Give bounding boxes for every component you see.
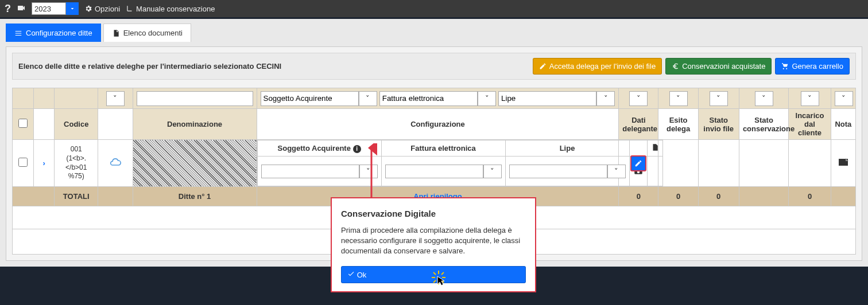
th-dati-delegante: Dati delegante [619, 109, 658, 140]
modal-dialog: Conservazione Digitale Prima di proceder… [331, 197, 536, 292]
th-config: Configurazione [257, 109, 619, 140]
header-row: Codice Denominazione Configurazione Dati… [13, 109, 856, 140]
annotation-arrow [366, 143, 377, 201]
opzioni-link[interactable]: Opzioni [84, 5, 120, 13]
row-checkbox[interactable] [18, 158, 28, 167]
topbar: ? Opzioni Manuale conservazione [0, 0, 868, 17]
chevron-down-icon[interactable]: ˅ [710, 91, 728, 106]
totals-label: TOTALI [55, 187, 98, 206]
row-denom [133, 140, 257, 187]
chevron-down-icon[interactable]: ˅ [835, 91, 853, 106]
cart-icon [781, 62, 789, 70]
manuale-link[interactable]: Manuale conservazione [126, 5, 215, 13]
book-icon [126, 5, 134, 13]
tab-elenco-documenti[interactable]: Elenco documenti [103, 24, 191, 42]
chevron-down-icon[interactable]: ˅ [478, 91, 496, 106]
cfg-fatt-input[interactable] [385, 165, 483, 178]
edit-delegante-button[interactable] [630, 155, 646, 171]
document-icon [112, 29, 120, 37]
video-icon[interactable] [17, 3, 26, 14]
chevron-down-icon[interactable]: ˅ [106, 91, 125, 106]
note-icon [839, 159, 848, 166]
info-row: Elenco delle ditte e relative deleghe pe… [12, 53, 856, 80]
modal-body: Prima di procedere alla compilazione del… [341, 225, 526, 257]
accetta-label: Accetta delega per l'invio dei file [549, 62, 656, 71]
tabs: Configurazione ditte Elenco documenti [6, 24, 862, 42]
cfg-sogg-input[interactable] [261, 165, 359, 178]
ok-button[interactable]: Ok [341, 266, 526, 283]
table-row: › 001 (1<b>.</b>01 %75) Soggetto Acquire… [13, 140, 856, 187]
chevron-down-icon[interactable]: ˅ [596, 91, 615, 106]
th-nota: Nota [831, 109, 855, 140]
expand-toggle[interactable]: › [33, 140, 55, 187]
nota-cell[interactable] [831, 140, 855, 187]
tab-configurazione-ditte[interactable]: Configurazione ditte [6, 24, 101, 42]
filter-denom-input[interactable] [137, 91, 253, 106]
help-icon[interactable]: ? [5, 3, 11, 15]
chevron-down-icon[interactable]: ˅ [669, 91, 688, 106]
chevron-down-icon[interactable]: ˅ [629, 91, 648, 106]
modal-title: Conservazione Digitale [341, 209, 526, 218]
accetta-delega-button[interactable]: Accetta delega per l'invio dei file [533, 58, 662, 75]
chevron-down-icon[interactable]: ˅ [483, 165, 502, 178]
chevron-down-icon[interactable]: ˅ [755, 91, 773, 106]
chevron-down-icon[interactable]: ˅ [359, 91, 377, 106]
cfg-col-lipe: Lipe [505, 140, 629, 157]
cloud-icon [108, 157, 123, 168]
th-esito: Esito delega [658, 109, 698, 140]
filter-codice [55, 88, 98, 109]
th-codice: Codice [55, 109, 98, 140]
opzioni-label: Opzioni [95, 5, 120, 13]
document-icon [651, 143, 659, 152]
edit-icon [634, 159, 642, 167]
chevron-down-icon[interactable]: ˅ [607, 165, 626, 178]
euro-icon [672, 62, 679, 70]
filter-sogg-input[interactable] [261, 91, 359, 106]
filter-row: ˅ ˅ ˅ ˅ ˅ ˅ ˅ ˅ ˅ ˅ [13, 88, 856, 109]
tab-config-label: Configurazione ditte [26, 29, 92, 37]
tab-elenco-label: Elenco documenti [123, 29, 183, 37]
year-input[interactable] [32, 2, 66, 15]
info-text: Elenco delle ditte e relative deleghe pe… [18, 62, 281, 71]
manuale-label: Manuale conservazione [136, 5, 215, 13]
info-icon[interactable]: i [353, 145, 361, 153]
filter-config: ˅ ˅ ˅ [257, 88, 619, 109]
row-cloud [98, 140, 133, 187]
th-incarico: Incarico dal cliente [789, 109, 831, 140]
filter-fatt-input[interactable] [379, 91, 478, 106]
th-stato-cons: Stato conservazione [739, 109, 788, 140]
row-config: Soggetto Acquirente i Fattura elettronic… [257, 140, 619, 187]
select-all-checkbox[interactable] [18, 119, 28, 128]
ok-label: Ok [357, 271, 367, 279]
cfg-lipe-input[interactable] [509, 165, 607, 178]
check-icon [347, 270, 355, 277]
cfg-col-sogg: Soggetto Acquirente i [257, 140, 381, 157]
conservazioni-button[interactable]: Conservazioni acquistate [665, 58, 772, 75]
conserv-label: Conservazioni acquistate [682, 62, 765, 71]
th-stato-invio: Stato invio file [698, 109, 739, 140]
edit-icon [539, 62, 547, 70]
cfg-col-fatt: Fattura elettronica [381, 140, 505, 157]
filter-denom[interactable] [133, 88, 257, 109]
chevron-down-icon[interactable]: ˅ [801, 91, 819, 106]
th-denom: Denominazione [133, 109, 257, 140]
genera-carrello-button[interactable]: Genera carrello [775, 58, 850, 75]
year-selector[interactable] [32, 2, 79, 15]
genera-label: Genera carrello [792, 62, 843, 71]
filter-lipe-input[interactable] [498, 91, 596, 106]
totals-ditte: Ditte n° 1 [133, 187, 257, 206]
gear-icon [84, 5, 92, 13]
year-dropdown-icon[interactable] [66, 2, 79, 15]
row-codice: 001 (1<b>.</b>01 %75) [55, 140, 98, 187]
list-icon [14, 29, 22, 37]
